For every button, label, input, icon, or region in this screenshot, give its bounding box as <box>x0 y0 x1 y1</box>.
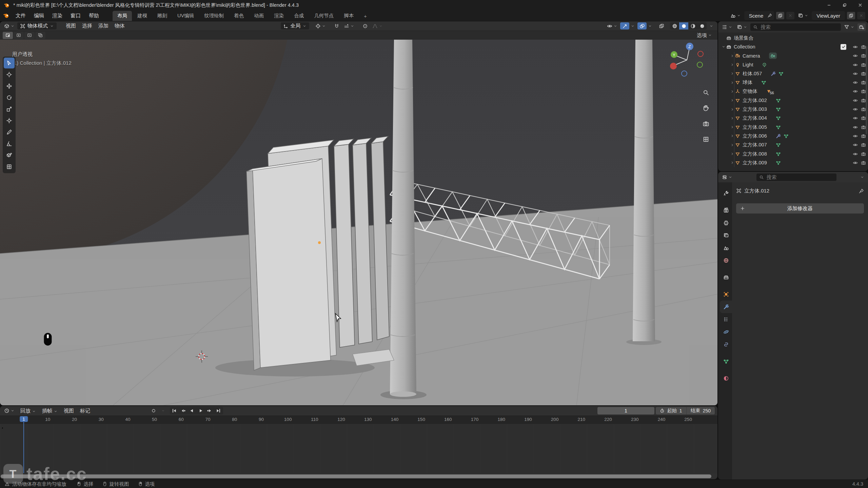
camera-view-button[interactable] <box>701 118 711 129</box>
collection-checkbox[interactable] <box>841 44 846 50</box>
pan-button[interactable] <box>701 103 711 114</box>
properties-tab[interactable] <box>720 187 732 200</box>
properties-tab[interactable] <box>720 355 732 368</box>
tool-button[interactable] <box>4 58 15 68</box>
add-modifier-button[interactable]: 添加修改器 <box>736 203 864 214</box>
tool-button[interactable] <box>4 161 15 172</box>
workspace-tab[interactable]: 渲染 <box>269 11 289 21</box>
shading-wireframe-button[interactable] <box>670 22 679 29</box>
pin-icon[interactable] <box>767 13 772 18</box>
tool-button[interactable] <box>4 92 15 103</box>
overlays-dropdown[interactable] <box>647 23 653 29</box>
playback-button[interactable] <box>170 407 179 414</box>
frame-start-field[interactable]: 起始 1 <box>656 407 686 414</box>
properties-tab[interactable] <box>720 338 732 351</box>
workspace-tab[interactable]: 布局 <box>113 11 132 21</box>
outliner-row[interactable]: 场景集合 <box>718 34 868 42</box>
outliner-row[interactable]: 立方体.004 <box>718 114 868 123</box>
workspace-tab[interactable]: 几何节点 <box>309 11 338 21</box>
outliner-search-input[interactable] <box>760 24 838 30</box>
workspace-tab[interactable]: 着色 <box>229 11 249 21</box>
viewlayer-selector[interactable] <box>796 12 810 19</box>
channel-expand-icon[interactable] <box>1 426 5 430</box>
object-visibility-button[interactable] <box>606 23 619 29</box>
workspace-tab[interactable]: 动画 <box>249 11 269 21</box>
timeline-tracks[interactable] <box>0 424 717 473</box>
snap-target-button[interactable] <box>342 23 356 29</box>
menu-item[interactable]: 编辑 <box>30 12 48 20</box>
outliner-scrollbar[interactable] <box>866 46 867 134</box>
disable-in-render-toggle[interactable] <box>861 89 866 94</box>
scene-selector[interactable] <box>729 12 742 19</box>
properties-options-dropdown[interactable] <box>859 175 866 180</box>
disable-in-render-toggle[interactable] <box>861 151 866 157</box>
shading-solid-button[interactable] <box>679 22 688 29</box>
viewport-menu-item[interactable]: 选择 <box>79 22 95 30</box>
proportional-edit-toggle[interactable] <box>360 22 370 29</box>
workspace-tab[interactable]: 脚本 <box>339 11 358 21</box>
playback-button[interactable] <box>214 407 223 414</box>
properties-tab[interactable] <box>720 313 732 326</box>
outliner-row[interactable]: 立方体.009 <box>718 158 868 167</box>
shading-rendered-button[interactable] <box>697 22 707 29</box>
timeline-scrollbar[interactable] <box>1 474 711 478</box>
tool-button[interactable] <box>4 104 15 115</box>
playback-button[interactable] <box>205 407 214 414</box>
properties-tab[interactable] <box>720 326 732 338</box>
timeline-menu-item[interactable]: 回放 <box>17 407 39 415</box>
tool-button[interactable] <box>4 127 15 138</box>
transform-orientation[interactable]: 全局 <box>281 22 309 29</box>
current-frame-field[interactable]: 1 <box>597 407 654 414</box>
viewlayer-name-field[interactable]: ViewLayer <box>812 11 845 20</box>
disable-in-render-toggle[interactable] <box>861 80 866 85</box>
navigation-gizmo[interactable]: Z Y <box>667 40 707 80</box>
timeline-menu-item[interactable]: 标记 <box>77 407 93 415</box>
outliner-search[interactable] <box>750 23 841 31</box>
outliner-row[interactable]: Collection <box>718 42 868 51</box>
hide-in-viewport-toggle[interactable] <box>853 53 858 58</box>
viewlayer-copy-button[interactable] <box>847 12 855 19</box>
disable-in-render-toggle[interactable] <box>861 98 866 103</box>
viewport-menu-item[interactable]: 物体 <box>112 22 128 30</box>
properties-tab[interactable] <box>720 301 732 313</box>
workspace-tab[interactable]: 雕刻 <box>153 11 172 21</box>
properties-tab[interactable] <box>720 229 732 242</box>
hide-in-viewport-toggle[interactable] <box>853 151 858 157</box>
tool-button[interactable] <box>4 69 15 80</box>
viewport-menu-item[interactable]: 添加 <box>95 22 112 30</box>
ortho-toggle-button[interactable] <box>701 134 711 145</box>
overlays-toggle[interactable] <box>637 22 647 29</box>
playback-button[interactable] <box>179 407 188 414</box>
viewport-canvas[interactable]: 用户透视 (1) Collection | 立方体.012 Z Y <box>0 40 717 405</box>
outliner-row[interactable]: 立方体.005 <box>718 123 868 131</box>
pivot-point-button[interactable] <box>314 23 327 29</box>
workspace-tab[interactable]: 建模 <box>133 11 152 21</box>
hide-in-viewport-toggle[interactable] <box>853 89 858 94</box>
timeline-editor-type[interactable] <box>3 407 16 414</box>
hide-in-viewport-toggle[interactable] <box>853 80 858 85</box>
hide-in-viewport-toggle[interactable] <box>853 116 858 121</box>
outliner-row[interactable]: 空物体 56 <box>718 87 868 96</box>
outliner-display-mode[interactable] <box>721 24 734 30</box>
outliner-id-type[interactable] <box>735 24 749 30</box>
properties-tab[interactable] <box>720 217 732 229</box>
disable-in-render-toggle[interactable] <box>861 71 866 76</box>
snap-toggle[interactable] <box>332 22 341 29</box>
hide-in-viewport-toggle[interactable] <box>853 142 858 147</box>
hide-in-viewport-toggle[interactable] <box>853 134 858 139</box>
timeline-menu-item[interactable]: 插帧 <box>39 407 61 415</box>
outliner-row[interactable]: 柱体.057 <box>718 69 868 78</box>
current-frame-badge[interactable]: 1 <box>20 416 28 422</box>
menu-item[interactable]: 文件 <box>12 12 30 20</box>
workspace-tab[interactable]: 纹理绘制 <box>199 11 229 21</box>
hide-in-viewport-toggle[interactable] <box>853 62 858 67</box>
select-mode-button[interactable] <box>3 32 13 39</box>
select-mode-button[interactable] <box>24 32 35 39</box>
hide-in-viewport-toggle[interactable] <box>853 98 858 103</box>
menu-item[interactable]: 帮助 <box>85 12 103 20</box>
mode-selector[interactable]: 物体模式 <box>17 22 57 29</box>
outliner-row[interactable]: 立方体.007 <box>718 141 868 149</box>
tool-button[interactable] <box>4 115 15 126</box>
outliner-row[interactable]: 球体 <box>718 78 868 87</box>
pin-id-button[interactable] <box>859 188 864 194</box>
